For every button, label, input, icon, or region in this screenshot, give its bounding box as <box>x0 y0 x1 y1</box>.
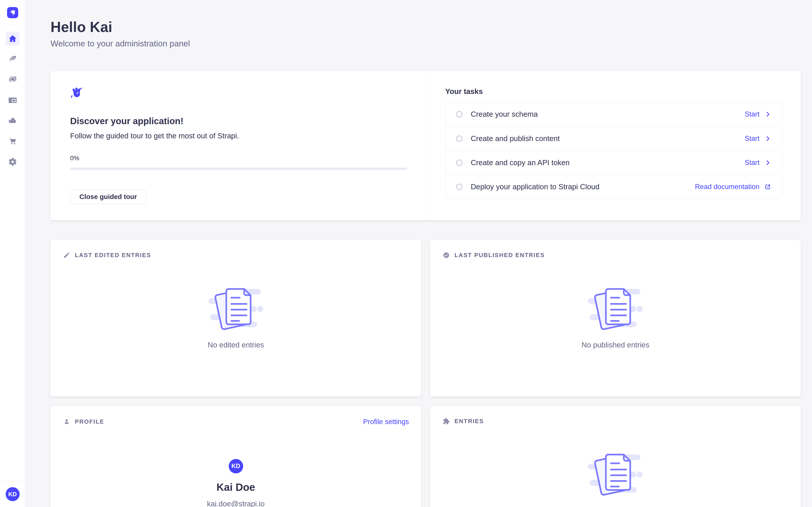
profile-email: kai.doe@strapi.io <box>207 500 265 507</box>
sidebar-nav <box>6 32 19 169</box>
cart-icon <box>8 136 17 146</box>
widgets-grid: LAST EDITED ENTRIES No edited entries LA… <box>51 240 801 507</box>
progress-bar <box>70 168 407 170</box>
entries-card: ENTRIES No published entries <box>430 406 801 507</box>
task-row-deploy-cloud[interactable]: Deploy your application to Strapi Cloud … <box>446 175 782 199</box>
sidebar-item-cloud[interactable] <box>6 114 19 128</box>
tasks-title: Your tasks <box>445 87 782 96</box>
sidebar: KD <box>0 0 25 507</box>
documents-illustration <box>588 284 643 332</box>
guided-tour-title: Discover your application! <box>70 116 406 126</box>
task-action-label: Start <box>745 134 759 143</box>
task-row-publish-content[interactable]: Create and publish content Start <box>446 126 782 151</box>
profile-settings-link[interactable]: Profile settings <box>363 418 409 426</box>
cloud-icon <box>8 116 17 126</box>
card-title: LAST PUBLISHED ENTRIES <box>455 252 545 259</box>
card-title: LAST EDITED ENTRIES <box>75 252 151 259</box>
task-list: Create your schema Start Create and publ… <box>445 102 782 199</box>
close-guided-tour-button[interactable]: Close guided tour <box>70 190 146 204</box>
guided-tour-section: Discover your application! Follow the gu… <box>51 71 426 220</box>
logo-area <box>0 0 25 25</box>
sidebar-item-marketplace[interactable] <box>6 134 19 148</box>
task-action-label: Start <box>745 159 759 167</box>
sidebar-footer: KD <box>0 481 25 507</box>
strapi-logo-icon <box>6 6 19 19</box>
card-title: ENTRIES <box>455 418 484 425</box>
chevron-right-icon <box>764 159 771 166</box>
read-documentation-link[interactable]: Read documentation <box>695 183 771 191</box>
card-body: KD Kai Doe kai.doe@strapi.io <box>51 426 421 507</box>
check-circle-icon <box>443 252 450 259</box>
documents-illustration <box>208 284 264 332</box>
guided-tour-card: Discover your application! Follow the gu… <box>51 71 801 220</box>
task-status-circle <box>456 111 462 117</box>
external-link-icon <box>764 183 771 190</box>
profile-name: Kai Doe <box>216 481 255 493</box>
sidebar-item-settings[interactable] <box>6 155 19 169</box>
sidebar-item-home[interactable] <box>6 32 19 46</box>
sidebar-item-content-type-builder[interactable] <box>6 93 19 107</box>
progress-percent-label: 0% <box>70 155 406 162</box>
task-action-label: Start <box>745 110 759 118</box>
card-header: LAST PUBLISHED ENTRIES <box>430 240 801 259</box>
sidebar-divider <box>4 25 21 25</box>
task-status-circle <box>456 160 462 166</box>
pencil-icon <box>63 252 70 259</box>
guided-tour-subtitle: Follow the guided tour to get the most o… <box>70 131 406 140</box>
profile-avatar: KD <box>229 459 243 473</box>
strapi-logo[interactable] <box>6 6 19 19</box>
documents-illustration <box>588 450 643 498</box>
puzzle-icon <box>443 418 450 425</box>
media-library-icon <box>8 75 17 85</box>
profile-card: PROFILE Profile settings KD Kai Doe kai.… <box>51 406 421 507</box>
card-header: LAST EDITED ENTRIES <box>51 240 421 259</box>
last-edited-entries-card: LAST EDITED ENTRIES No edited entries <box>51 240 421 397</box>
tasks-section: Your tasks Create your schema Start <box>426 71 801 220</box>
empty-state-text: No published entries <box>581 341 649 349</box>
user-avatar[interactable]: KD <box>6 487 19 501</box>
page-subtitle: Welcome to your administration panel <box>51 39 801 48</box>
task-action-label: Read documentation <box>695 183 759 191</box>
wave-hand-icon <box>70 86 83 99</box>
task-label: Create and copy an API token <box>471 158 569 167</box>
task-row-api-token[interactable]: Create and copy an API token Start <box>446 151 782 175</box>
feather-icon <box>8 54 17 64</box>
page-title: Hello Kai <box>51 18 801 36</box>
task-label: Deploy your application to Strapi Cloud <box>471 182 600 191</box>
task-status-circle <box>456 184 462 190</box>
empty-state-text: No edited entries <box>208 341 264 349</box>
card-header: ENTRIES <box>430 406 801 425</box>
card-title: PROFILE <box>75 418 104 425</box>
task-start-link[interactable]: Start <box>745 159 771 167</box>
task-row-create-schema[interactable]: Create your schema Start <box>446 102 782 126</box>
chevron-right-icon <box>764 111 771 118</box>
card-body: No published entries <box>430 259 801 349</box>
last-published-entries-card: LAST PUBLISHED ENTRIES No published entr… <box>430 240 801 397</box>
task-status-circle <box>456 135 462 142</box>
layout-icon <box>8 95 17 105</box>
sidebar-item-media-library[interactable] <box>6 73 19 87</box>
task-label: Create your schema <box>471 110 538 118</box>
home-icon <box>8 34 17 44</box>
gear-icon <box>8 157 17 167</box>
main-content: Hello Kai Welcome to your administration… <box>25 0 812 507</box>
task-start-link[interactable]: Start <box>745 110 771 118</box>
card-body: No edited entries <box>51 259 421 349</box>
task-start-link[interactable]: Start <box>745 134 771 143</box>
person-icon <box>63 418 70 425</box>
app-root: KD Hello Kai Welcome to your administrat… <box>0 0 812 507</box>
page-header: Hello Kai Welcome to your administration… <box>51 18 801 48</box>
task-label: Create and publish content <box>471 134 560 143</box>
sidebar-footer-divider <box>0 481 25 482</box>
chevron-right-icon <box>764 135 771 142</box>
card-header: PROFILE Profile settings <box>51 406 421 426</box>
card-body: No published entries <box>430 425 801 507</box>
sidebar-item-content-manager[interactable] <box>6 52 19 66</box>
